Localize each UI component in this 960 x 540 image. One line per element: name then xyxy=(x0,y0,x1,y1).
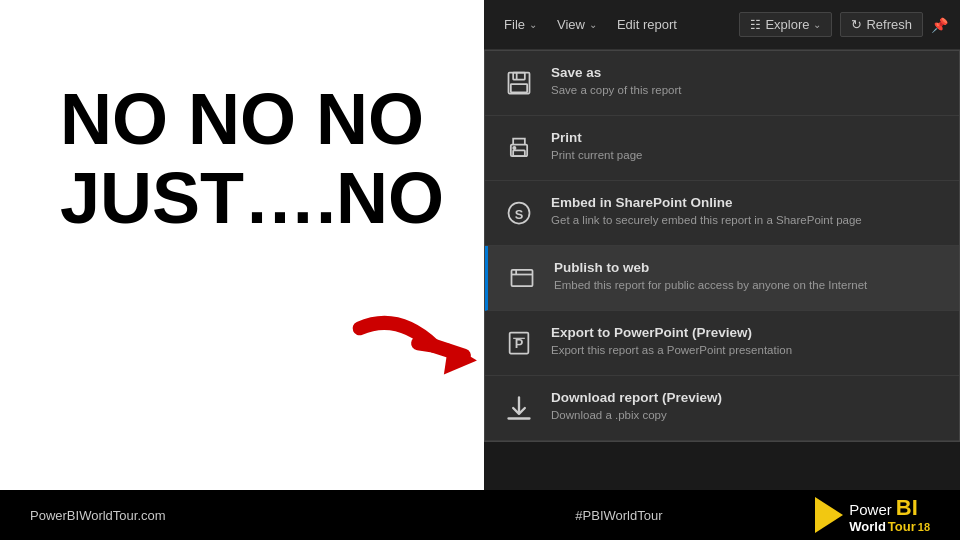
view-chevron: ⌄ xyxy=(589,19,597,30)
toolbar-right: ☷ Explore ⌄ ↻ Refresh 📌 xyxy=(739,12,948,37)
menu-item-powerpoint[interactable]: P Export to PowerPoint (Preview) Export … xyxy=(485,311,959,376)
big-text-block: NO NO NO JUST….NO xyxy=(60,80,444,238)
svg-rect-3 xyxy=(513,73,525,80)
logo-power-text: Power xyxy=(849,502,892,519)
sharepoint-title: Embed in SharePoint Online xyxy=(551,195,943,210)
menu-item-print[interactable]: Print Print current page xyxy=(485,116,959,181)
save-as-text: Save as Save a copy of this report xyxy=(551,65,943,98)
pin-icon[interactable]: 📌 xyxy=(931,17,948,33)
save-as-desc: Save a copy of this report xyxy=(551,83,943,98)
print-text: Print Print current page xyxy=(551,130,943,163)
edit-report-button[interactable]: Edit report xyxy=(609,13,685,36)
svg-rect-11 xyxy=(512,270,533,286)
print-title: Print xyxy=(551,130,943,145)
logo-text: Power BI World Tour 18 xyxy=(849,496,930,534)
logo-triangle-icon xyxy=(815,497,843,533)
hashtag-text: #PBIWorldTour xyxy=(423,508,816,523)
powerpoint-icon: P xyxy=(501,325,537,361)
print-desc: Print current page xyxy=(551,148,943,163)
view-menu[interactable]: View ⌄ xyxy=(549,13,605,36)
explore-button[interactable]: ☷ Explore ⌄ xyxy=(739,12,832,37)
svg-point-8 xyxy=(513,147,515,149)
file-chevron: ⌄ xyxy=(529,19,537,30)
menu-item-publish[interactable]: Publish to web Embed this report for pub… xyxy=(485,246,959,311)
publish-title: Publish to web xyxy=(554,260,943,275)
download-icon xyxy=(501,390,537,426)
powerbi-logo: Power BI World Tour 18 xyxy=(815,496,930,534)
explore-chevron: ⌄ xyxy=(813,19,821,30)
website-text: PowerBIWorldTour.com xyxy=(30,508,423,523)
text-line1: NO NO NO xyxy=(60,80,444,159)
logo-world-text: World xyxy=(849,520,886,534)
publish-desc: Embed this report for public access by a… xyxy=(554,278,943,293)
svg-rect-7 xyxy=(513,150,525,156)
file-dropdown-menu: Save as Save a copy of this report Print xyxy=(484,50,960,442)
view-label: View xyxy=(557,17,585,32)
bottom-bar: PowerBIWorldTour.com #PBIWorldTour Power… xyxy=(0,490,960,540)
text-line2: JUST….NO xyxy=(60,159,444,238)
toolbar: File ⌄ View ⌄ Edit report ☷ Explore ⌄ ↻ … xyxy=(484,0,960,50)
file-label: File xyxy=(504,17,525,32)
left-content: NO NO NO JUST….NO xyxy=(0,0,484,278)
refresh-button[interactable]: ↻ Refresh xyxy=(840,12,923,37)
download-text: Download report (Preview) Download a .pb… xyxy=(551,390,943,423)
menu-item-save-as[interactable]: Save as Save a copy of this report xyxy=(485,51,959,116)
print-icon xyxy=(501,130,537,166)
menu-item-download[interactable]: Download report (Preview) Download a .pb… xyxy=(485,376,959,441)
publish-text: Publish to web Embed this report for pub… xyxy=(554,260,943,293)
save-as-title: Save as xyxy=(551,65,943,80)
logo-year-text: 18 xyxy=(918,521,930,533)
publish-icon xyxy=(504,260,540,296)
red-arrow-icon xyxy=(336,290,483,421)
save-as-icon xyxy=(501,65,537,101)
svg-text:S: S xyxy=(515,207,524,222)
right-panel: File ⌄ View ⌄ Edit report ☷ Explore ⌄ ↻ … xyxy=(484,0,960,490)
sharepoint-icon: S xyxy=(501,195,537,231)
download-title: Download report (Preview) xyxy=(551,390,943,405)
svg-rect-4 xyxy=(511,84,527,92)
main-area: NO NO NO JUST….NO File ⌄ View ⌄ xyxy=(0,0,960,490)
powerpoint-title: Export to PowerPoint (Preview) xyxy=(551,325,943,340)
powerpoint-desc: Export this report as a PowerPoint prese… xyxy=(551,343,943,358)
sharepoint-text: Embed in SharePoint Online Get a link to… xyxy=(551,195,943,228)
logo-bi-text: BI xyxy=(896,496,918,520)
sharepoint-desc: Get a link to securely embed this report… xyxy=(551,213,943,228)
powerpoint-text: Export to PowerPoint (Preview) Export th… xyxy=(551,325,943,358)
menu-item-sharepoint[interactable]: S Embed in SharePoint Online Get a link … xyxy=(485,181,959,246)
file-menu[interactable]: File ⌄ xyxy=(496,13,545,36)
logo-tour-text: Tour xyxy=(888,520,916,534)
download-desc: Download a .pbix copy xyxy=(551,408,943,423)
